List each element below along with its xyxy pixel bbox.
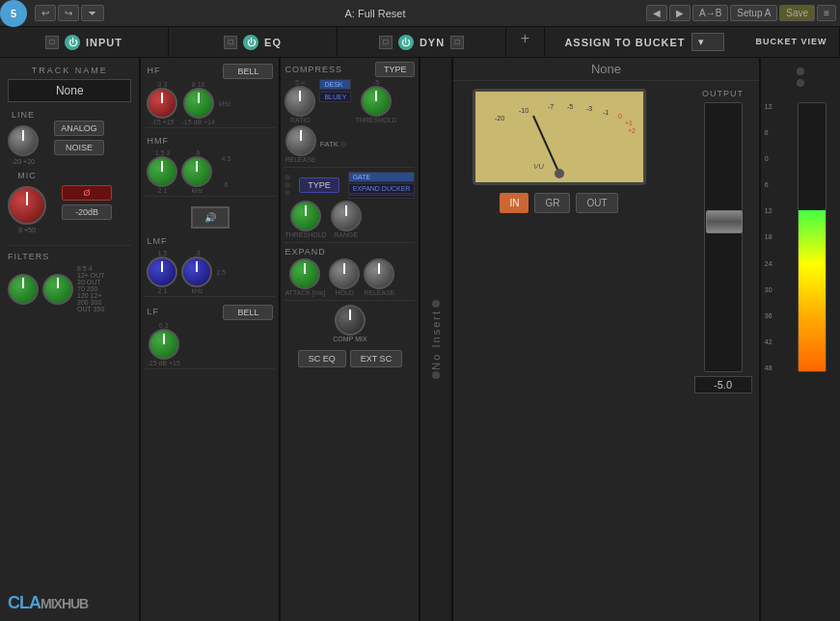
output-value-display: -5.0 (694, 376, 752, 393)
analog-button[interactable]: ANALOG (54, 121, 104, 136)
hf-band: HF BELL 0 3 -15 +15 8 10 -15 dB +14 (145, 62, 275, 128)
release2-knob[interactable] (364, 258, 394, 289)
ppm-fill (799, 210, 826, 371)
lf-gain-knob[interactable] (149, 329, 179, 360)
line-row: LINE -20 +20 ANALOG NOISE (8, 110, 131, 165)
lmf-knobs: 1.5 2 1 .3 kHz 2.5 (147, 250, 273, 294)
ab-button[interactable]: A→B (692, 5, 728, 21)
track-name-area: TRACK NAME None (8, 66, 131, 102)
hf-freq-knob[interactable] (183, 88, 214, 119)
gate-mode[interactable]: GATE (348, 172, 416, 182)
type-button-1[interactable]: TYPE (375, 62, 416, 77)
dyn-window2-button[interactable]: □ (450, 36, 464, 49)
eq-label: EQ (264, 37, 282, 48)
line-label: LINE (12, 110, 35, 120)
attack-knob[interactable] (289, 258, 320, 289)
lmf-gain-knob[interactable] (147, 256, 177, 287)
filter-scales: 8 5 4 12+ OUT 20 OUT 70 200 120 12+ 200 … (77, 265, 105, 312)
lf-band: LF BELL 0 3 -15 dB +15 (145, 303, 275, 369)
filter-hpf-knob[interactable] (8, 274, 39, 305)
eq-power-button[interactable]: ⏻ (243, 35, 258, 50)
filter-lpf-knob[interactable] (42, 274, 73, 305)
input-section-header: □ ⏻ INPUT (0, 27, 169, 57)
eq-bands: HF BELL 0 3 -15 +15 8 10 -15 dB +14 (145, 62, 275, 617)
fader-with-scale: 12 6 0 6 12 18 24 30 36 42 48 (704, 102, 743, 372)
nav-left-button[interactable]: ◀ (646, 5, 667, 21)
bucket-panel: None (453, 58, 760, 621)
hmf-label: HMF (147, 136, 169, 146)
expand-mode[interactable]: EXPAND DUCKER (348, 183, 416, 194)
out-button[interactable]: OUT (576, 193, 617, 213)
bluey-mode[interactable]: BLUEY (319, 92, 351, 102)
svg-text:-20: -20 (495, 115, 504, 122)
line-knob[interactable] (8, 125, 39, 156)
assign-bucket-label: ASSIGN TO BUCKET (564, 37, 685, 48)
hmf-knobs: 1.5 3 2 1 .6 kHz 4.5 6 (147, 149, 273, 194)
menu-button[interactable]: ≡ (817, 5, 836, 21)
bell-button[interactable]: BELL (223, 64, 273, 79)
dyn-window-button[interactable]: □ (379, 36, 393, 49)
input-window-button[interactable]: □ (45, 36, 59, 49)
bv-scroll-bottom[interactable] (797, 79, 804, 87)
setup-button[interactable]: Setup A (730, 5, 777, 21)
lf-bell-button[interactable]: BELL (223, 305, 273, 320)
comp-mix-knob[interactable] (335, 305, 366, 336)
add-insert-button[interactable]: + (521, 30, 529, 47)
input-power-button[interactable]: ⏻ (65, 35, 80, 50)
threshold-knob[interactable] (361, 86, 392, 117)
hmf-gain-knob[interactable] (147, 156, 177, 187)
pad-button[interactable]: -20dB (62, 204, 112, 220)
save-button[interactable]: Save (779, 5, 815, 21)
lmf-label: LMF (147, 236, 167, 246)
cla-logo: CLAMIXHUB (8, 593, 131, 613)
gate-modes: GATE EXPAND DUCKER (348, 172, 416, 199)
track-name-display[interactable]: None (8, 79, 131, 102)
lmf-freq-knob[interactable] (181, 256, 212, 287)
cla-logo-area: CLAMIXHUB (8, 593, 131, 613)
type-button-2[interactable]: TYPE (299, 177, 339, 193)
vu-meter-svg: -20 -10 -7 -5 -3 -1 0 +1 +2 (475, 92, 643, 182)
meter-area: -20 -10 -7 -5 -3 -1 0 +1 +2 (453, 81, 760, 621)
sc-eq-button[interactable]: SC EQ (298, 350, 346, 367)
release-knob[interactable] (285, 125, 316, 156)
svg-text:+1: +1 (625, 120, 633, 126)
threshold2-knob[interactable] (290, 201, 321, 231)
svg-text:VU: VU (533, 162, 544, 171)
hold-knob[interactable] (329, 258, 360, 289)
scroll-dot-top[interactable] (432, 300, 440, 308)
expand-label: EXPAND (285, 247, 325, 256)
noise-button[interactable]: NOISE (54, 140, 104, 155)
hf-gain-knob[interactable] (147, 88, 177, 119)
gate-led-3 (285, 190, 290, 196)
phase-button[interactable]: Ø (62, 185, 112, 201)
fader-scale: 12 6 0 6 12 18 24 30 36 42 48 (765, 103, 772, 371)
hmf-freq-knob[interactable] (181, 156, 212, 187)
nav-right-button[interactable]: ▶ (669, 5, 691, 21)
scroll-dot-bottom[interactable] (432, 371, 440, 379)
fader-handle[interactable] (706, 210, 743, 233)
bv-scroll-top[interactable] (797, 68, 804, 75)
expand-group: EXPAND ATTACK [ms] HOLD RELEASE (285, 247, 415, 301)
compress-label: COMPRESS (285, 65, 342, 74)
history-button[interactable]: ⏷ (81, 5, 104, 21)
in-gr-out-buttons: IN GR OUT (500, 193, 617, 213)
mic-knob[interactable] (8, 186, 46, 225)
lmf-band: LMF 1.5 2 1 .3 kHz 2.5 (145, 234, 275, 297)
undo-button[interactable]: ↩ (35, 5, 56, 21)
ext-sc-button[interactable]: EXT SC (350, 350, 402, 367)
bucket-dropdown[interactable]: ▾ (691, 33, 724, 51)
desk-mode[interactable]: DESK (319, 79, 351, 90)
output-fader[interactable]: 12 6 0 6 12 18 24 30 36 42 48 (704, 102, 743, 372)
svg-text:0: 0 (618, 113, 622, 120)
gate-led-2 (285, 182, 290, 188)
redo-button[interactable]: ↪ (58, 5, 79, 21)
ducker-mode[interactable] (348, 195, 416, 199)
range-knob[interactable] (331, 201, 362, 231)
ratio-knob[interactable] (285, 86, 315, 117)
in-button[interactable]: IN (500, 193, 528, 213)
solo-button[interactable]: 🔊 (191, 206, 230, 229)
eq-window-button[interactable]: □ (224, 36, 237, 49)
gr-button[interactable]: GR (534, 193, 570, 213)
top-bar: 5 ↩ ↪ ⏷ A: Full Reset ◀ ▶ A→B Setup A Sa… (0, 0, 840, 27)
dyn-power-button[interactable]: ⏻ (398, 35, 414, 50)
